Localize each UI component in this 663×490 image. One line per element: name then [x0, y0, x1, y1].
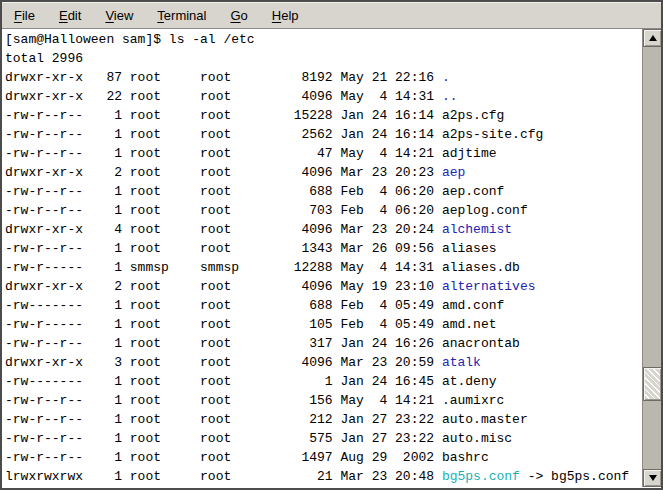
scroll-down-button[interactable]: [643, 469, 661, 487]
file-attributes: drwxr-xr-x 3 root root 4096 Mar 23 20:59: [5, 355, 442, 370]
file-attributes: drwxr-xr-x 87 root root 8192 May 21 22:1…: [5, 70, 442, 85]
file-attributes: -rw-r----- 1 smmsp smmsp 12288 May 4 14:…: [5, 260, 442, 275]
file-name: aliases: [442, 241, 497, 256]
terminal-line: -rw-r--r-- 1 root root 703 Feb 4 06:20 a…: [5, 201, 641, 220]
menu-item-accel: V: [105, 8, 113, 23]
terminal-line: -rw------- 1 root root 1 Jan 24 16:45 at…: [5, 372, 641, 391]
file-name: ..: [442, 89, 458, 104]
terminal-line: -rw-r--r-- 1 root root 1497 Aug 29 2002 …: [5, 448, 641, 467]
terminal-output: [sam@Halloween sam]$ ls -al /etctotal 29…: [5, 30, 641, 486]
file-attributes: -rw-r--r-- 1 root root 317 Jan 24 16:26: [5, 336, 442, 351]
file-name: aep: [442, 165, 465, 180]
file-name: amd.conf: [442, 298, 504, 313]
file-name: aliases.db: [442, 260, 520, 275]
scroll-up-button[interactable]: [643, 29, 661, 47]
file-name: .: [442, 70, 450, 85]
terminal-screen[interactable]: [sam@Halloween sam]$ ls -al /etctotal 29…: [2, 29, 661, 487]
file-name: atalk: [442, 355, 481, 370]
file-name: anacrontab: [442, 336, 520, 351]
file-attributes: drwxr-xr-x 2 root root 4096 Mar 23 20:23: [5, 165, 442, 180]
menu-bar: FileEditViewTerminalGoHelp: [2, 2, 661, 29]
file-name: aep.conf: [442, 184, 504, 199]
terminal-line: -rw-r--r-- 1 root root 15228 Jan 24 16:1…: [5, 106, 641, 125]
file-name: a2ps.cfg: [442, 108, 504, 123]
file-name: aeplog.conf: [442, 203, 528, 218]
file-attributes: -rw-r----- 1 root root 105 Feb 4 05:49: [5, 317, 442, 332]
terminal-line: drwxr-xr-x 2 root root 4096 May 19 23:10…: [5, 277, 641, 296]
file-attributes: -rw-r--r-- 1 root root 1497 Aug 29 2002: [5, 450, 442, 465]
file-attributes: drwxr-xr-x 2 root root 4096 May 19 23:10: [5, 279, 442, 294]
file-name: auto.master: [442, 412, 528, 427]
file-attributes: -rw-r--r-- 1 root root 47 May 4 14:21: [5, 146, 442, 161]
menu-item-accel: F: [14, 8, 22, 23]
menu-item-terminal[interactable]: Terminal: [147, 4, 216, 27]
terminal-line: -rw-r--r-- 1 root root 575 Jan 27 23:22 …: [5, 429, 641, 448]
file-attributes: -rw-r--r-- 1 root root 688 Feb 4 06:20: [5, 184, 442, 199]
terminal-line: -rw-r--r-- 1 root root 317 Jan 24 16:26 …: [5, 334, 641, 353]
file-name: amd.net: [442, 317, 497, 332]
menu-item-accel: E: [59, 8, 68, 23]
file-name: at.deny: [442, 374, 497, 389]
scrollbar-thumb[interactable]: [643, 367, 661, 401]
file-attributes: -rw------- 1 root root 1 Jan 24 16:45: [5, 374, 442, 389]
menu-item-accel: T: [157, 8, 164, 23]
terminal-line: drwxr-xr-x 87 root root 8192 May 21 22:1…: [5, 68, 641, 87]
terminal-line: -rw-r--r-- 1 root root 47 May 4 14:21 ad…: [5, 144, 641, 163]
file-attributes: -rw------- 1 root root 688 Feb 4 05:49: [5, 298, 442, 313]
terminal-line: total 2996: [5, 49, 641, 68]
file-attributes: -rw-r--r-- 1 root root 2562 Jan 24 16:14: [5, 127, 442, 142]
terminal-text: [sam@Halloween sam]$ ls -al /etc: [5, 32, 255, 47]
file-name: auto.misc: [442, 431, 512, 446]
file-attributes: drwxr-xr-x 22 root root 4096 May 4 14:31: [5, 89, 442, 104]
file-name: bashrc: [442, 450, 489, 465]
file-attributes: -rw-r--r-- 1 root root 212 Jan 27 23:22: [5, 412, 442, 427]
file-name: .aumixrc: [442, 393, 504, 408]
symlink-target: -> bg5ps.conf: [520, 469, 629, 484]
file-attributes: -rw-r--r-- 1 root root 1343 Mar 26 09:56: [5, 241, 442, 256]
terminal-line: -rw-r--r-- 1 root root 1343 Mar 26 09:56…: [5, 239, 641, 258]
file-name: alchemist: [442, 222, 512, 237]
terminal-line: -rw------- 1 root root 688 Feb 4 05:49 a…: [5, 296, 641, 315]
arrow-up-icon: [649, 35, 657, 41]
terminal-line: -rw-r--r-- 1 root root 212 Jan 27 23:22 …: [5, 410, 641, 429]
menu-item-edit[interactable]: Edit: [49, 4, 91, 27]
file-name: bg5ps.conf: [442, 469, 520, 484]
terminal-line: -rw-r----- 1 smmsp smmsp 12288 May 4 14:…: [5, 258, 641, 277]
terminal-line: [sam@Halloween sam]$ ls -al /etc: [5, 30, 641, 49]
terminal-line: lrwxrwxrwx 1 root root 21 Mar 23 20:48 b…: [5, 467, 641, 486]
file-name: alternatives: [442, 279, 536, 294]
menu-item-view[interactable]: View: [95, 4, 143, 27]
terminal-line: drwxr-xr-x 22 root root 4096 May 4 14:31…: [5, 87, 641, 106]
file-name: adjtime: [442, 146, 497, 161]
file-attributes: -rw-r--r-- 1 root root 575 Jan 27 23:22: [5, 431, 442, 446]
menu-item-help[interactable]: Help: [262, 4, 309, 27]
terminal-line: -rw-r----- 1 root root 105 Feb 4 05:49 a…: [5, 315, 641, 334]
menu-item-go[interactable]: Go: [220, 4, 257, 27]
file-attributes: drwxr-xr-x 4 root root 4096 Mar 23 20:24: [5, 222, 442, 237]
menu-item-accel: G: [230, 8, 240, 23]
terminal-line: drwxr-xr-x 3 root root 4096 Mar 23 20:59…: [5, 353, 641, 372]
terminal-line: drwxr-xr-x 4 root root 4096 Mar 23 20:24…: [5, 220, 641, 239]
menu-item-file[interactable]: File: [4, 4, 45, 27]
terminal-line: -rw-r--r-- 1 root root 688 Feb 4 06:20 a…: [5, 182, 641, 201]
file-attributes: -rw-r--r-- 1 root root 703 Feb 4 06:20: [5, 203, 442, 218]
terminal-window: FileEditViewTerminalGoHelp [sam@Hallowee…: [0, 0, 663, 490]
terminal-line: drwxr-xr-x 2 root root 4096 Mar 23 20:23…: [5, 163, 641, 182]
terminal-text: total 2996: [5, 51, 83, 66]
scrollbar[interactable]: [642, 29, 661, 487]
terminal-line: -rw-r--r-- 1 root root 2562 Jan 24 16:14…: [5, 125, 641, 144]
file-attributes: lrwxrwxrwx 1 root root 21 Mar 23 20:48: [5, 469, 442, 484]
file-attributes: -rw-r--r-- 1 root root 15228 Jan 24 16:1…: [5, 108, 442, 123]
file-name: a2ps-site.cfg: [442, 127, 543, 142]
menu-item-accel: H: [272, 8, 281, 23]
file-attributes: -rw-r--r-- 1 root root 156 May 4 14:21: [5, 393, 442, 408]
terminal-line: -rw-r--r-- 1 root root 156 May 4 14:21 .…: [5, 391, 641, 410]
arrow-down-icon: [649, 475, 657, 481]
